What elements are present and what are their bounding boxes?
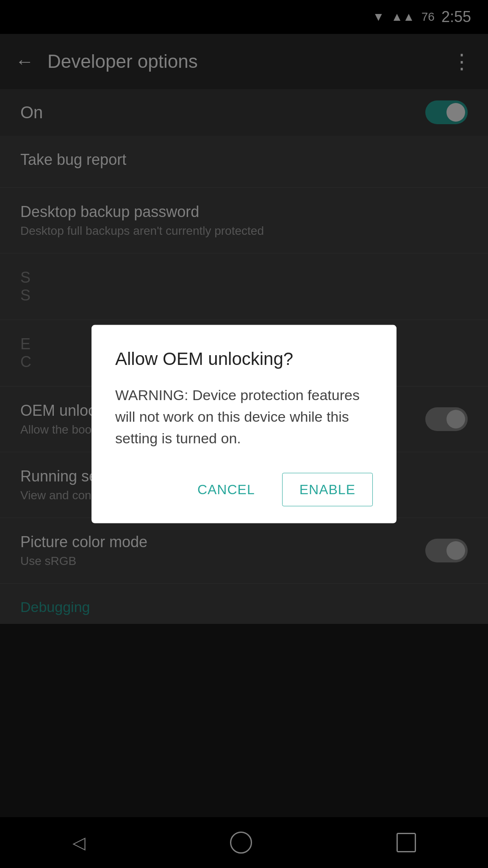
dialog-overlay: Allow OEM unlocking? WARNING: Device pro… <box>0 0 488 868</box>
dialog-buttons: CANCEL ENABLE <box>115 473 373 506</box>
oem-unlocking-dialog: Allow OEM unlocking? WARNING: Device pro… <box>92 325 396 523</box>
cancel-button[interactable]: CANCEL <box>180 473 272 506</box>
enable-button[interactable]: ENABLE <box>282 473 373 506</box>
dialog-message: WARNING: Device protection features will… <box>115 384 373 449</box>
dialog-title: Allow OEM unlocking? <box>115 349 373 369</box>
